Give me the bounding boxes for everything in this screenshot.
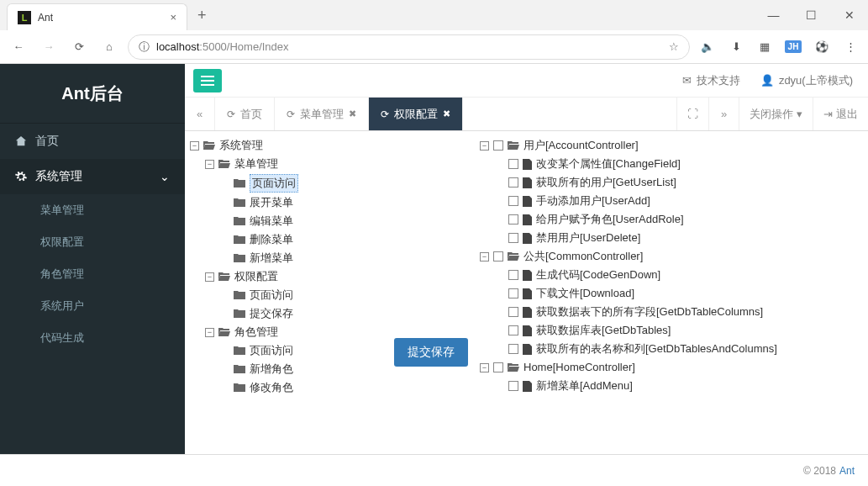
checkbox[interactable] bbox=[508, 344, 518, 354]
tree-toggle[interactable]: − bbox=[480, 363, 489, 372]
tabs-scroll-left[interactable]: « bbox=[185, 98, 215, 130]
checkbox[interactable] bbox=[493, 140, 503, 151]
tree-row[interactable]: 展开菜单 bbox=[190, 193, 386, 212]
tree-row[interactable]: −用户[AccountController] bbox=[480, 136, 863, 155]
brand: Ant后台 bbox=[0, 64, 185, 123]
close-icon[interactable]: ✖ bbox=[443, 108, 450, 119]
tree-row[interactable]: 提交保存 bbox=[190, 304, 386, 323]
tree-row[interactable]: 新增菜单[AddMenu] bbox=[480, 377, 863, 395]
tree-label: 用户[AccountController] bbox=[523, 137, 639, 154]
checkbox[interactable] bbox=[493, 362, 503, 372]
checkbox[interactable] bbox=[508, 233, 518, 243]
checkbox[interactable] bbox=[508, 270, 518, 280]
tree-toggle[interactable]: − bbox=[190, 141, 199, 151]
checkbox[interactable] bbox=[508, 177, 518, 188]
mail-icon: ✉ bbox=[682, 74, 692, 87]
menu-icon[interactable]: ⋮ bbox=[839, 40, 861, 53]
app-tab-label: 权限配置 bbox=[394, 107, 438, 122]
nav-home[interactable]: ⌂ bbox=[97, 35, 121, 59]
sidebar-sub-2[interactable]: 角色管理 bbox=[0, 258, 185, 290]
submit-button[interactable]: 提交保存 bbox=[394, 338, 468, 367]
sidebar-sub-4[interactable]: 代码生成 bbox=[0, 322, 185, 354]
window-maximize[interactable]: ☐ bbox=[792, 3, 830, 28]
tree-row[interactable]: 禁用用户[UserDelete] bbox=[480, 229, 863, 247]
tree-row[interactable]: 页面访问 bbox=[190, 341, 386, 360]
tree-row[interactable]: 获取数据表下的所有字段[GetDbTableColumns] bbox=[480, 303, 863, 321]
tree-row[interactable]: 下载文件[Download] bbox=[480, 284, 863, 303]
browser-tab[interactable]: L Ant × bbox=[7, 3, 187, 30]
logout-button[interactable]: ⇥退出 bbox=[813, 98, 868, 130]
user-label: zdyu(上帝模式) bbox=[779, 73, 853, 88]
tree-toggle[interactable]: − bbox=[480, 252, 489, 261]
tree-row[interactable]: 编辑菜单 bbox=[190, 212, 386, 230]
star-icon[interactable]: ☆ bbox=[669, 40, 679, 53]
download-icon[interactable]: ⬇ bbox=[725, 40, 747, 53]
checkbox[interactable] bbox=[508, 381, 518, 391]
right-tree-pane: 提交保存 −用户[AccountController]改变某个属性值[Chang… bbox=[391, 131, 868, 454]
new-tab-button[interactable]: + bbox=[197, 7, 207, 24]
tree-label: 新增菜单 bbox=[250, 250, 293, 267]
tab-close-icon[interactable]: × bbox=[170, 11, 176, 24]
file-icon bbox=[523, 288, 532, 299]
tree-row[interactable]: 新增菜单 bbox=[190, 249, 386, 267]
tree-row[interactable]: −系统管理 bbox=[190, 136, 386, 155]
tree-toggle[interactable]: − bbox=[205, 272, 214, 282]
app-tab-1[interactable]: ⟳菜单管理✖ bbox=[275, 98, 369, 130]
soccer-icon[interactable]: ⚽ bbox=[811, 40, 833, 53]
tree-label: Home[HomeController] bbox=[523, 359, 635, 376]
tree-row[interactable]: 删除菜单 bbox=[190, 230, 386, 249]
tree-row[interactable]: 获取数据库表[GetDbTables] bbox=[480, 321, 863, 340]
fullscreen-button[interactable]: ⛶ bbox=[676, 98, 708, 130]
tree-row[interactable]: 新增角色 bbox=[190, 360, 386, 378]
support-link[interactable]: ✉ 技术支持 bbox=[682, 73, 740, 88]
tree-toggle[interactable]: − bbox=[480, 141, 489, 151]
hamburger-button[interactable] bbox=[193, 69, 222, 92]
tree-row[interactable]: 获取所有的表名称和列[GetDbTablesAndColumns] bbox=[480, 340, 863, 358]
checkbox[interactable] bbox=[508, 307, 518, 317]
tree-row[interactable]: 手动添加用户[UserAdd] bbox=[480, 192, 863, 210]
footer-link[interactable]: Ant bbox=[839, 465, 855, 477]
sidebar-item-sysmgmt[interactable]: 系统管理 ⌄ bbox=[0, 159, 185, 194]
logout-icon: ⇥ bbox=[823, 108, 833, 120]
app-tab-0[interactable]: ⟳首页 bbox=[215, 98, 275, 130]
sidebar-sub-1[interactable]: 权限配置 bbox=[0, 226, 185, 258]
qr-icon[interactable]: ▦ bbox=[754, 40, 776, 53]
tree-toggle[interactable]: − bbox=[205, 160, 214, 169]
tree-row[interactable]: 改变某个属性值[ChangeField] bbox=[480, 155, 863, 173]
checkbox[interactable] bbox=[508, 288, 518, 298]
checkbox[interactable] bbox=[508, 159, 518, 169]
sidebar-item-home[interactable]: 首页 bbox=[0, 123, 185, 159]
tree-row[interactable]: −菜单管理 bbox=[190, 155, 386, 173]
checkbox[interactable] bbox=[508, 196, 518, 206]
nav-forward[interactable]: → bbox=[37, 35, 60, 59]
tree-row[interactable]: −公共[CommonController] bbox=[480, 247, 863, 266]
tree-row[interactable]: −角色管理 bbox=[190, 323, 386, 341]
nav-back[interactable]: ← bbox=[7, 35, 30, 59]
app-tab-2[interactable]: ⟳权限配置✖ bbox=[369, 98, 463, 130]
nav-reload[interactable]: ⟳ bbox=[67, 35, 91, 59]
tree-row[interactable]: 给用户赋予角色[UserAddRole] bbox=[480, 210, 863, 229]
speaker-icon[interactable]: 🔈 bbox=[697, 40, 718, 53]
tree-row[interactable]: 页面访问 bbox=[190, 173, 386, 193]
tree-row[interactable]: 修改角色 bbox=[190, 378, 386, 397]
user-link[interactable]: 👤 zdyu(上帝模式) bbox=[760, 73, 853, 88]
tree-label: 获取所有的表名称和列[GetDbTablesAndColumns] bbox=[536, 341, 777, 357]
checkbox[interactable] bbox=[508, 214, 518, 225]
tree-row[interactable]: 获取所有的用户[GetUserList] bbox=[480, 173, 863, 192]
tree-row[interactable]: 生成代码[CodeGenDown] bbox=[480, 266, 863, 284]
avatar[interactable]: JH bbox=[782, 40, 804, 53]
checkbox[interactable] bbox=[508, 325, 518, 335]
tree-row[interactable]: −权限配置 bbox=[190, 267, 386, 286]
tree-row[interactable]: 页面访问 bbox=[190, 286, 386, 304]
tree-row[interactable]: −Home[HomeController] bbox=[480, 358, 863, 377]
close-icon[interactable]: ✖ bbox=[349, 108, 356, 119]
address-bar[interactable]: ⓘ localhost:5000/Home/Index ☆ bbox=[128, 34, 690, 60]
sidebar-sub-3[interactable]: 系统用户 bbox=[0, 290, 185, 322]
tree-toggle[interactable]: − bbox=[205, 328, 214, 337]
window-minimize[interactable]: — bbox=[755, 3, 792, 28]
tabs-scroll-right[interactable]: » bbox=[708, 98, 739, 130]
close-ops-dropdown[interactable]: 关闭操作▾ bbox=[739, 98, 813, 130]
window-close[interactable]: ✕ bbox=[830, 3, 868, 28]
sidebar-sub-0[interactable]: 菜单管理 bbox=[0, 194, 185, 226]
checkbox[interactable] bbox=[493, 251, 503, 261]
